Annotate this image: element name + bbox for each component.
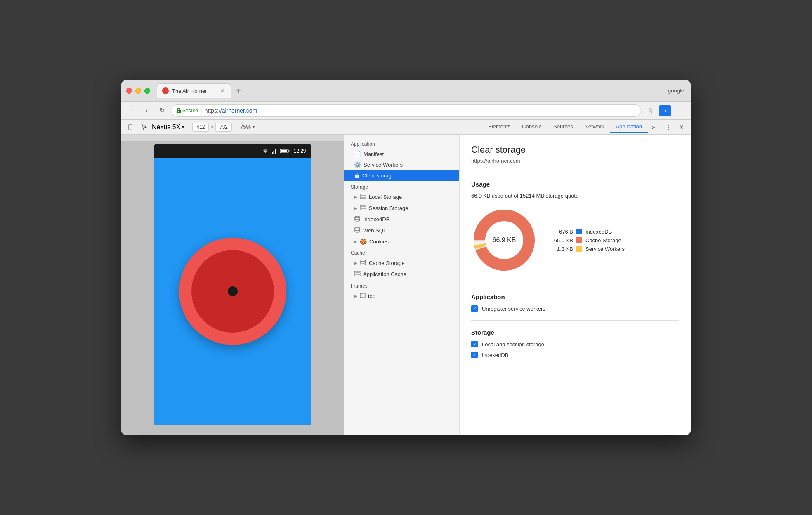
sidebar-label-websql: Web SQL — [363, 227, 386, 234]
usage-section-header: Usage — [471, 181, 679, 188]
checkbox-checked-icon-local[interactable]: ✓ — [471, 341, 478, 347]
svg-point-20 — [361, 260, 366, 262]
app-cache-icon — [354, 271, 361, 278]
device-dropdown-arrow: ▾ — [182, 125, 184, 129]
reload-button[interactable]: ↻ — [156, 105, 168, 116]
checkbox-checked-icon-indexeddb[interactable]: ✓ — [471, 352, 478, 358]
expand-arrow-cache-storage: ▶ — [354, 261, 357, 265]
sidebar-item-top[interactable]: ▶ top — [344, 291, 459, 301]
sidebar-section-storage: Storage — [344, 181, 459, 191]
back-button[interactable]: ‹ — [126, 105, 138, 116]
expand-arrow-local-storage: ▶ — [354, 195, 357, 199]
height-input[interactable] — [215, 123, 232, 132]
legend-item-service-workers: 1.3 KB Service Workers — [550, 246, 625, 252]
battery-icon — [280, 149, 290, 154]
cursor-icon[interactable] — [139, 121, 150, 133]
phone-status-bar: 12:29 — [154, 144, 311, 158]
session-storage-icon — [360, 205, 366, 212]
sidebar-item-app-cache[interactable]: Application Cache — [344, 269, 459, 280]
bookmark-button[interactable]: ☆ — [644, 105, 656, 116]
record-disc-center — [228, 286, 238, 296]
chart-container: 66.9 KB 676 B IndexedDB 65.0 KB Cache St… — [471, 207, 679, 283]
maximize-button[interactable] — [144, 88, 150, 94]
secure-label: Secure — [182, 108, 198, 113]
phone-app-screen — [154, 158, 311, 425]
sidebar-section-application: Application — [344, 138, 459, 149]
minimize-button[interactable] — [135, 88, 141, 94]
new-tab-button[interactable] — [233, 85, 244, 97]
svg-rect-22 — [354, 273, 360, 274]
wifi-icon — [262, 149, 269, 154]
browser-window: The Air Horner ✕ google ‹ › ↻ Secure | — [121, 80, 691, 435]
url-bar[interactable]: Secure | https://airhorner.com — [171, 104, 641, 117]
svg-rect-13 — [360, 196, 366, 197]
checkbox-indexeddb[interactable]: ✓ IndexedDB — [471, 352, 679, 358]
svg-rect-23 — [354, 275, 360, 276]
phone-time: 12:29 — [293, 148, 306, 154]
extension-button[interactable]: i — [659, 105, 671, 116]
sidebar-item-manifest[interactable]: 📄 Manifest — [344, 149, 459, 159]
indexeddb-icon — [354, 216, 361, 223]
service-workers-icon: ⚙️ — [354, 161, 361, 168]
main-panel: Clear storage https://airhorner.com Usag… — [460, 135, 691, 435]
svg-rect-15 — [360, 205, 366, 206]
tab-network[interactable]: Network — [579, 121, 610, 133]
sidebar-item-service-workers[interactable]: ⚙️ Service Workers — [344, 159, 459, 170]
zoom-label: 75% — [240, 124, 251, 130]
tab-elements[interactable]: Elements — [482, 121, 516, 133]
sidebar-item-indexeddb[interactable]: IndexedDB — [344, 214, 459, 225]
width-input[interactable] — [192, 123, 209, 132]
cookies-icon: 🍪 — [360, 238, 367, 245]
devtools-menu-button[interactable]: ⋮ — [663, 121, 674, 133]
local-storage-icon — [360, 194, 366, 201]
websql-icon — [354, 227, 361, 234]
legend-color-cache-storage — [576, 237, 582, 243]
sidebar-item-cache-storage[interactable]: ▶ Cache Storage — [344, 258, 459, 269]
svg-rect-14 — [360, 198, 366, 199]
sidebar-label-local-storage: Local Storage — [369, 194, 402, 200]
devtools-panel: Application 📄 Manifest ⚙️ Service Worker… — [344, 135, 691, 435]
browser-menu-button[interactable]: ⋮ — [674, 105, 686, 116]
main-content: 12:29 Application — [121, 135, 691, 435]
checkbox-unregister-sw[interactable]: ✓ Unregister service workers — [471, 305, 679, 312]
tab-console[interactable]: Console — [516, 121, 548, 133]
svg-rect-16 — [360, 207, 366, 208]
svg-point-18 — [355, 216, 360, 218]
sidebar-item-clear-storage[interactable]: 🗑 Clear storage — [344, 170, 459, 181]
donut-chart: 66.9 KB — [471, 207, 537, 273]
sidebar-item-websql[interactable]: Web SQL — [344, 225, 459, 236]
device-name[interactable]: Nexus 5X ▾ — [152, 123, 184, 131]
mobile-icon[interactable] — [125, 121, 136, 133]
legend-color-service-workers — [576, 246, 582, 252]
svg-rect-10 — [289, 150, 290, 152]
svg-point-5 — [130, 129, 131, 130]
sidebar-item-local-storage[interactable]: ▶ Local Storage — [344, 191, 459, 203]
svg-rect-24 — [360, 293, 365, 298]
sidebar-item-cookies[interactable]: ▶ 🍪 Cookies — [344, 236, 459, 247]
cache-storage-icon — [360, 260, 366, 267]
checkbox-checked-icon[interactable]: ✓ — [471, 305, 478, 312]
tab-bar: The Air Horner ✕ — [157, 83, 686, 98]
url-divider: | — [201, 107, 202, 114]
legend-label-cache-storage: Cache Storage — [585, 237, 621, 243]
legend-item-indexeddb: 676 B IndexedDB — [550, 229, 625, 235]
close-button[interactable] — [126, 88, 132, 94]
zoom-dropdown-arrow: ▾ — [253, 125, 255, 129]
application-section-header: Application — [471, 293, 679, 300]
checkbox-label-indexeddb: IndexedDB — [482, 352, 508, 358]
forward-button[interactable]: › — [141, 105, 153, 116]
address-bar-actions: ☆ i ⋮ — [644, 105, 686, 116]
tab-sources[interactable]: Sources — [548, 121, 579, 133]
tab-application[interactable]: Application — [610, 121, 648, 133]
devtools-close-button[interactable]: ✕ — [676, 121, 687, 133]
checkbox-local-session-storage[interactable]: ✓ Local and session storage — [471, 341, 679, 347]
more-tabs-button[interactable]: » — [648, 121, 659, 133]
expand-arrow-cookies: ▶ — [354, 239, 357, 244]
browser-tab[interactable]: The Air Horner ✕ — [157, 83, 231, 98]
zoom-selector[interactable]: 75% ▾ — [240, 124, 255, 130]
title-bar: The Air Horner ✕ google — [121, 80, 691, 102]
svg-rect-7 — [274, 151, 275, 154]
tab-close-button[interactable]: ✕ — [219, 87, 226, 94]
sidebar-item-session-storage[interactable]: ▶ Session Storage — [344, 203, 459, 214]
chart-legend: 676 B IndexedDB 65.0 KB Cache Storage 1.… — [550, 229, 625, 252]
